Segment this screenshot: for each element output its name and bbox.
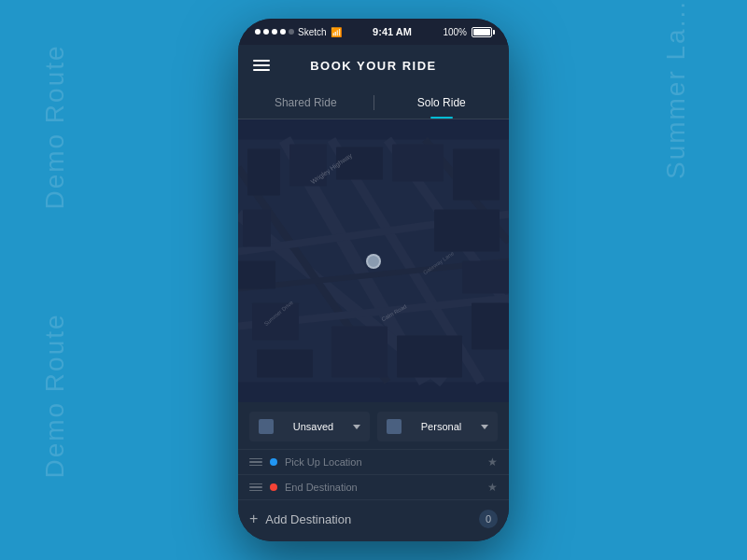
svg-rect-14 xyxy=(392,145,444,182)
status-bar: Sketch 📶 9:41 AM 100% xyxy=(238,19,509,45)
svg-rect-19 xyxy=(462,261,509,294)
drag-line-1 xyxy=(249,458,262,460)
add-destination-label: Add Destination xyxy=(265,512,472,526)
signal-dots xyxy=(255,29,294,35)
svg-rect-16 xyxy=(243,210,271,247)
personal-icon xyxy=(387,419,402,434)
wifi-icon: 📶 xyxy=(331,27,342,37)
svg-rect-23 xyxy=(331,327,388,378)
chevron-down-icon xyxy=(353,425,360,429)
status-left: Sketch 📶 xyxy=(255,27,342,37)
svg-rect-17 xyxy=(238,261,275,289)
map-center-pin xyxy=(366,254,381,269)
drag-line-2 xyxy=(249,461,262,463)
page-title: BOOK YOUR RIDE xyxy=(310,59,437,73)
menu-line-1 xyxy=(253,60,270,62)
add-destination-row[interactable]: + Add Destination 0 xyxy=(238,499,509,541)
app-name-label: Sketch xyxy=(298,27,327,37)
drag-line-3 xyxy=(249,465,262,467)
dot-2 xyxy=(263,29,269,35)
dot-4 xyxy=(280,29,286,35)
battery-percent: 100% xyxy=(443,27,467,37)
svg-rect-20 xyxy=(472,303,509,350)
tab-bar: Shared Ride Solo Ride xyxy=(238,86,509,119)
svg-rect-22 xyxy=(257,350,313,378)
pickup-input[interactable]: Pick Up Location xyxy=(285,456,480,468)
destination-input[interactable]: End Destination xyxy=(285,482,480,493)
map-area[interactable]: Wrigley Highway Calm Road Summer Drive G… xyxy=(238,119,509,402)
destination-count: 0 xyxy=(486,513,491,525)
chevron-down-icon-2 xyxy=(481,425,488,429)
app-header: BOOK YOUR RIDE xyxy=(238,45,509,86)
battery-icon xyxy=(472,27,492,37)
plus-icon: + xyxy=(249,511,258,527)
drag-line-5 xyxy=(249,486,262,488)
personal-dropdown[interactable]: Personal xyxy=(377,412,498,441)
destination-count-badge: 0 xyxy=(479,510,498,528)
svg-rect-24 xyxy=(397,336,462,378)
drag-handle-dest xyxy=(249,483,262,492)
dot-5 xyxy=(289,29,294,35)
bg-label-1: Demo Route xyxy=(40,44,70,209)
pickup-dot xyxy=(270,458,277,466)
menu-line-2 xyxy=(253,64,270,66)
destination-dot xyxy=(270,483,277,491)
status-right: 100% xyxy=(443,27,492,37)
phone-frame: Sketch 📶 9:41 AM 100% BOOK YOUR RIDE Sha… xyxy=(238,19,509,541)
dot-1 xyxy=(255,29,261,35)
svg-rect-12 xyxy=(289,145,327,187)
svg-rect-11 xyxy=(247,149,280,196)
svg-rect-21 xyxy=(252,303,299,341)
unsaved-icon xyxy=(259,419,274,434)
destination-star-icon[interactable]: ★ xyxy=(487,481,498,494)
drag-line-4 xyxy=(249,483,262,485)
bottom-panel: Unsaved Personal Pick Up Location ★ xyxy=(238,402,509,541)
unsaved-label: Unsaved xyxy=(293,421,333,432)
bg-label-2: Summer La... xyxy=(661,0,691,179)
tab-solo-ride[interactable]: Solo Ride xyxy=(374,86,510,119)
personal-label: Personal xyxy=(421,421,461,432)
svg-rect-18 xyxy=(434,210,500,252)
menu-line-3 xyxy=(253,69,270,71)
unsaved-dropdown[interactable]: Unsaved xyxy=(249,412,370,441)
bg-label-3: Demo Route xyxy=(40,313,70,478)
menu-button[interactable] xyxy=(253,60,270,71)
dropdown-row: Unsaved Personal xyxy=(238,402,509,449)
status-time: 9:41 AM xyxy=(373,26,412,37)
svg-rect-15 xyxy=(453,149,500,201)
drag-handle-pickup xyxy=(249,458,262,467)
dot-3 xyxy=(272,29,277,35)
battery-fill xyxy=(473,29,490,35)
pickup-row: Pick Up Location ★ xyxy=(238,449,509,474)
destination-row: End Destination ★ xyxy=(238,474,509,499)
drag-line-6 xyxy=(249,490,262,492)
tab-shared-ride[interactable]: Shared Ride xyxy=(238,86,374,119)
pickup-star-icon[interactable]: ★ xyxy=(487,455,498,469)
